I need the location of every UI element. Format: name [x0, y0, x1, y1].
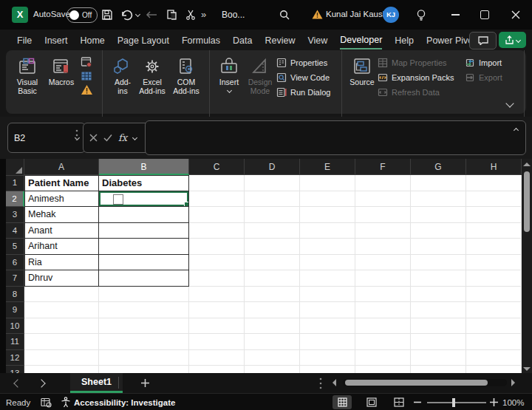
- cell-F13[interactable]: [355, 366, 411, 373]
- column-header-E[interactable]: E: [300, 159, 355, 175]
- cell-B8[interactable]: [99, 287, 189, 303]
- cell-E13[interactable]: [300, 366, 355, 373]
- page-layout-view-button[interactable]: [362, 395, 381, 409]
- row-header-7[interactable]: 7: [6, 270, 24, 287]
- cut-button[interactable]: [185, 9, 197, 21]
- diabetes-checkbox[interactable]: [113, 194, 123, 205]
- row-header-3[interactable]: 3: [6, 207, 24, 223]
- zoom-out-minus-icon[interactable]: [414, 401, 421, 403]
- cell-A2[interactable]: Animesh: [24, 191, 99, 208]
- cell-B10[interactable]: [99, 318, 189, 335]
- cell-C7[interactable]: [189, 270, 245, 287]
- cell-F2[interactable]: [355, 191, 411, 208]
- cell-F1[interactable]: [355, 175, 411, 191]
- row-header-6[interactable]: 6: [6, 255, 24, 271]
- column-header-G[interactable]: G: [411, 159, 466, 175]
- warning-indicator[interactable]: [312, 10, 323, 19]
- cell-C8[interactable]: [189, 287, 245, 303]
- column-header-F[interactable]: F: [355, 159, 411, 175]
- menu-tab-page-layout[interactable]: Page Layout: [117, 32, 169, 49]
- cell-G5[interactable]: [411, 239, 466, 255]
- cell-G13[interactable]: [411, 366, 466, 373]
- row-header-12[interactable]: 12: [6, 350, 24, 366]
- cell-C9[interactable]: [189, 302, 245, 318]
- cell-D5[interactable]: [245, 239, 300, 255]
- menu-tab-data[interactable]: Data: [233, 32, 252, 49]
- expansion-packs-button[interactable]: Expansion Packs: [378, 71, 465, 83]
- menu-tab-view[interactable]: View: [307, 32, 327, 49]
- cell-F11[interactable]: [355, 334, 411, 350]
- cell-G1[interactable]: [411, 175, 466, 191]
- cell-G4[interactable]: [411, 223, 466, 239]
- cell-D1[interactable]: [245, 175, 300, 191]
- document-title[interactable]: Boo...: [222, 10, 245, 20]
- view-code-button[interactable]: View Code: [276, 71, 334, 83]
- cell-H1[interactable]: [466, 175, 522, 191]
- zoom-in-plus-icon[interactable]: [490, 398, 498, 406]
- cell-A13[interactable]: [24, 366, 99, 373]
- cell-A8[interactable]: [24, 287, 99, 303]
- menu-tab-developer[interactable]: Developer: [340, 31, 382, 49]
- cell-G7[interactable]: [411, 270, 466, 287]
- macro-record-icon[interactable]: [41, 397, 52, 408]
- cell-A10[interactable]: [24, 318, 99, 335]
- cell-B2[interactable]: [99, 191, 189, 208]
- cell-F4[interactable]: [355, 223, 411, 239]
- record-macro-button[interactable]: [81, 56, 92, 68]
- cell-F3[interactable]: [355, 207, 411, 223]
- cell-C6[interactable]: [189, 255, 245, 271]
- cell-B7[interactable]: [99, 270, 189, 287]
- cell-E1[interactable]: [300, 175, 355, 191]
- enter-check-icon[interactable]: [103, 134, 112, 142]
- cell-C3[interactable]: [189, 207, 245, 223]
- tell-me-button[interactable]: [415, 9, 427, 21]
- accessibility-person-icon[interactable]: [61, 397, 71, 408]
- search-button[interactable]: [279, 9, 290, 21]
- formula-bar-drag-dots-icon[interactable]: [75, 129, 78, 141]
- cell-D9[interactable]: [245, 302, 300, 318]
- cell-A9[interactable]: [24, 302, 99, 318]
- zoom-level[interactable]: 100%: [502, 398, 524, 407]
- cell-E4[interactable]: [300, 223, 355, 239]
- cell-D2[interactable]: [245, 191, 300, 208]
- minimize-button[interactable]: [449, 9, 461, 21]
- vertical-scrollbar-thumb[interactable]: [524, 171, 530, 232]
- undo-dropdown-chevron-icon[interactable]: [135, 12, 140, 17]
- hscroll-left-arrow-icon[interactable]: [332, 379, 336, 386]
- properties-button[interactable]: Properties: [276, 56, 334, 69]
- cell-B6[interactable]: [99, 255, 189, 271]
- cell-A11[interactable]: [24, 334, 99, 350]
- cell-A4[interactable]: Anant: [24, 223, 99, 239]
- cell-G11[interactable]: [411, 334, 466, 350]
- cell-A3[interactable]: Mehak: [24, 207, 99, 223]
- maximize-button[interactable]: [479, 9, 491, 21]
- cell-D10[interactable]: [245, 318, 300, 335]
- autosave-toggle[interactable]: Off: [66, 7, 98, 23]
- new-sheet-plus-icon[interactable]: [140, 378, 150, 388]
- cell-D11[interactable]: [245, 334, 300, 350]
- visual-basic-button[interactable]: Visual Basic: [10, 54, 44, 95]
- insert-function-icon[interactable]: fx: [118, 132, 127, 143]
- next-sheet-arrow-icon[interactable]: [37, 379, 45, 387]
- cell-C2[interactable]: [189, 191, 245, 208]
- column-header-C[interactable]: C: [189, 159, 245, 175]
- cell-A12[interactable]: [24, 350, 99, 366]
- cell-F12[interactable]: [355, 350, 411, 366]
- cell-G3[interactable]: [411, 207, 466, 223]
- excel-app-icon[interactable]: X: [12, 7, 28, 23]
- cell-H9[interactable]: [466, 302, 522, 318]
- row-header-8[interactable]: 8: [6, 287, 24, 303]
- cell-B12[interactable]: [99, 350, 189, 366]
- cell-D13[interactable]: [245, 366, 300, 373]
- name-box[interactable]: B2: [7, 123, 86, 153]
- accessibility-status[interactable]: Accessibility: Investigate: [74, 398, 175, 407]
- cell-A1[interactable]: Patient Name: [24, 175, 99, 191]
- cell-C4[interactable]: [189, 223, 245, 239]
- cell-C10[interactable]: [189, 318, 245, 335]
- column-header-A[interactable]: A: [24, 159, 99, 175]
- menu-tab-power-pivot[interactable]: Power Pivot: [426, 32, 476, 49]
- more-commands-icon[interactable]: »: [201, 9, 206, 20]
- row-header-2[interactable]: 2: [6, 191, 24, 208]
- cell-F8[interactable]: [355, 287, 411, 303]
- cell-E11[interactable]: [300, 334, 355, 350]
